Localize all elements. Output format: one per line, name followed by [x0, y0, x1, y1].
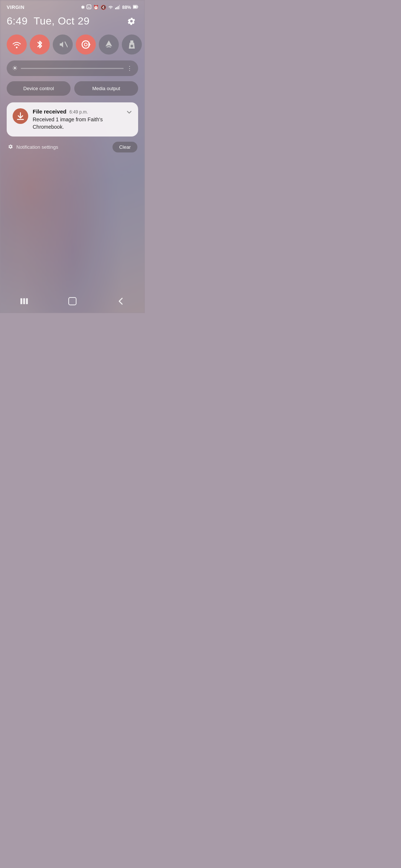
svg-point-12 — [84, 43, 87, 46]
media-output-button[interactable]: Media output — [74, 81, 138, 96]
battery-icon — [133, 5, 138, 10]
svg-point-14 — [131, 45, 133, 47]
quick-toggles-row — [7, 34, 138, 55]
brightness-track[interactable] — [21, 68, 124, 69]
navigation-bar — [0, 291, 145, 313]
notification-body: Received 1 image from Faith's Chromebook… — [33, 116, 122, 131]
home-square-icon — [68, 297, 76, 305]
svg-rect-4 — [118, 6, 119, 9]
wifi-icon — [108, 5, 113, 10]
svg-rect-7 — [138, 6, 138, 8]
brightness-left: ☀ — [12, 64, 18, 72]
svg-rect-8 — [133, 6, 137, 8]
datetime-text: 6:49 Tue, Oct 29 — [7, 15, 89, 27]
notification-card[interactable]: File received 6:49 p.m. Received 1 image… — [7, 102, 138, 137]
brightness-icon: ☀ — [12, 64, 18, 72]
home-button[interactable] — [65, 296, 80, 306]
bluetooth-toggle[interactable] — [30, 34, 50, 55]
mute-toggle[interactable] — [53, 34, 73, 55]
notification-time: 6:49 p.m. — [69, 109, 88, 115]
signal-icon — [115, 5, 120, 10]
device-control-button[interactable]: Device control — [7, 81, 71, 96]
nfc-icon: N — [87, 4, 91, 10]
carrier-label: VIRGIN — [7, 4, 25, 10]
notification-settings-label: Notification settings — [16, 144, 58, 150]
svg-rect-2 — [115, 8, 116, 9]
notification-icon — [13, 108, 28, 124]
notification-expand-button[interactable] — [126, 109, 132, 116]
svg-rect-16 — [20, 298, 22, 304]
bluetooth-icon: ✱ — [81, 5, 85, 10]
notification-header: File received 6:49 p.m. — [33, 108, 122, 115]
notification-settings-icon — [7, 144, 13, 151]
recent-apps-button[interactable] — [17, 296, 32, 306]
back-button[interactable] — [113, 296, 128, 306]
notification-controls: Notification settings Clear — [7, 142, 138, 152]
svg-rect-5 — [119, 5, 120, 9]
status-bar: VIRGIN ✱ N ⏰ 🔇 — [0, 0, 145, 11]
mute-icon: 🔇 — [101, 5, 106, 10]
svg-rect-18 — [26, 298, 28, 304]
svg-rect-3 — [116, 7, 117, 9]
wifi-toggle[interactable] — [7, 34, 27, 55]
svg-rect-17 — [23, 298, 25, 304]
sync-toggle[interactable] — [76, 34, 96, 55]
flashlight-toggle[interactable] — [122, 34, 142, 55]
airplane-toggle[interactable] — [99, 34, 119, 55]
status-icons: ✱ N ⏰ 🔇 — [81, 4, 138, 10]
battery-label: 88% — [122, 5, 131, 10]
svg-rect-13 — [130, 40, 133, 43]
settings-gear-button[interactable] — [125, 14, 138, 28]
svg-line-10 — [65, 42, 68, 47]
svg-text:N: N — [88, 6, 89, 9]
brightness-slider[interactable]: ☀ ⋮ — [7, 60, 138, 76]
brightness-more-icon[interactable]: ⋮ — [127, 65, 133, 72]
svg-point-9 — [16, 47, 17, 48]
notification-title: File received — [33, 108, 66, 115]
notification-settings-button[interactable]: Notification settings — [7, 144, 58, 151]
notification-content: File received 6:49 p.m. Received 1 image… — [33, 108, 122, 131]
clear-button[interactable]: Clear — [113, 142, 137, 152]
control-buttons-row: Device control Media output — [7, 81, 138, 96]
alarm-icon: ⏰ — [93, 5, 99, 10]
datetime-row: 6:49 Tue, Oct 29 — [7, 14, 138, 28]
